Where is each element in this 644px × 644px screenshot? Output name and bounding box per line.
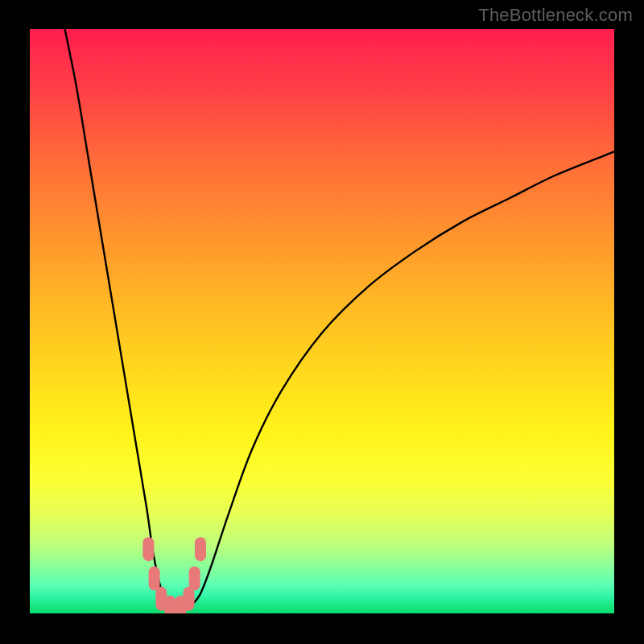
curve-marker — [183, 587, 194, 611]
chart-frame: TheBottleneck.com — [0, 0, 644, 644]
curve-marker — [149, 566, 160, 590]
bottleneck-curve — [30, 29, 614, 613]
curve-marker — [189, 566, 200, 590]
curve-marker — [195, 537, 206, 561]
curve-marker — [142, 537, 154, 561]
curve-marker — [164, 596, 175, 613]
plot-area — [30, 29, 614, 613]
watermark-text: TheBottleneck.com — [478, 5, 633, 26]
